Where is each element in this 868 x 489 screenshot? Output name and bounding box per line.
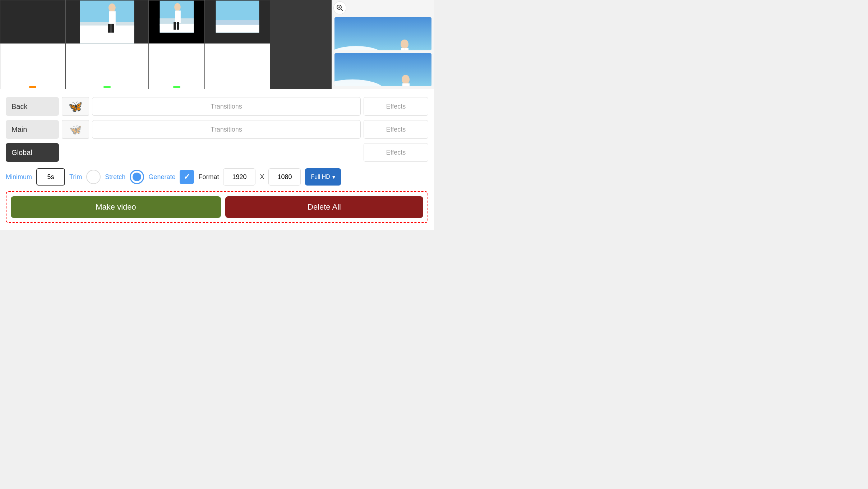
- svg-rect-14: [174, 22, 176, 30]
- svg-rect-5: [109, 11, 116, 26]
- clip-indicator-1: [29, 86, 36, 88]
- trim-radio[interactable]: [86, 170, 101, 184]
- thumbnail-panel: 4 6: [332, 0, 434, 89]
- clip-top-3: [149, 0, 204, 44]
- clip-bottom-2: [66, 44, 148, 89]
- layer-row-main: Main 🦋 Transitions Effects: [6, 119, 428, 140]
- clip-bottom-1: [0, 44, 65, 89]
- layers-area: Back 🦋 Transitions Effects Main 🦋 Transi…: [6, 96, 428, 163]
- layer-back-label[interactable]: Back: [6, 97, 59, 116]
- layer-main-label[interactable]: Main: [6, 120, 59, 139]
- fullhd-button[interactable]: Full HD ▾: [305, 168, 341, 186]
- clip-3[interactable]: [149, 0, 205, 89]
- effects-main-button[interactable]: Effects: [364, 120, 428, 139]
- layer-row-back: Back 🦋 Transitions Effects: [6, 96, 428, 116]
- svg-rect-13: [175, 10, 181, 23]
- radio-dot: [133, 173, 141, 181]
- butterfly-back-thumb[interactable]: 🦋: [62, 97, 89, 116]
- minimum-label: Minimum: [6, 173, 32, 181]
- controls-section: Back 🦋 Transitions Effects Main 🦋 Transi…: [0, 89, 434, 230]
- delete-all-button[interactable]: Delete All: [225, 196, 423, 218]
- svg-rect-15: [177, 22, 179, 30]
- layer-row-global: Global Effects: [6, 142, 428, 163]
- fullhd-dropdown-icon: ▾: [332, 174, 335, 180]
- layer-global-label[interactable]: Global: [6, 143, 59, 162]
- thumbnail-2: 7.266: [334, 53, 431, 86]
- svg-rect-6: [108, 24, 111, 33]
- effects-back-button[interactable]: Effects: [364, 97, 428, 116]
- timeline-section: 4 6: [0, 0, 434, 89]
- make-video-button[interactable]: Make video: [11, 196, 221, 218]
- duration-input[interactable]: [36, 168, 65, 186]
- trim-label: Trim: [69, 173, 82, 181]
- clip-indicator-3: [173, 86, 180, 88]
- zoom-button[interactable]: [333, 1, 346, 14]
- svg-rect-18: [216, 20, 259, 26]
- checkmark-icon: ✓: [184, 172, 190, 182]
- height-input[interactable]: [268, 168, 301, 186]
- width-input[interactable]: [223, 168, 255, 186]
- svg-point-39: [402, 75, 410, 84]
- x-separator: X: [260, 173, 264, 181]
- generate-label: Generate: [148, 173, 175, 181]
- stretch-label: Stretch: [105, 173, 125, 181]
- butterfly-main-icon: 🦋: [69, 124, 82, 136]
- fullhd-label: Full HD: [311, 174, 330, 180]
- svg-rect-7: [111, 24, 114, 33]
- transitions-back-button[interactable]: Transitions: [92, 97, 361, 116]
- clip-top-1: [0, 0, 65, 44]
- butterfly-main-thumb[interactable]: 🦋: [62, 120, 89, 139]
- transitions-main-button[interactable]: Transitions: [92, 120, 361, 139]
- svg-point-29: [401, 40, 408, 49]
- svg-point-12: [174, 3, 181, 11]
- thumbnail-1: [334, 17, 431, 50]
- action-row: Make video Delete All: [6, 191, 428, 223]
- clip-bottom-3: [149, 44, 204, 89]
- clip-4[interactable]: [205, 0, 270, 89]
- svg-point-4: [108, 3, 116, 12]
- svg-rect-19: [216, 25, 259, 33]
- clip-2[interactable]: [65, 0, 149, 89]
- butterfly-back-icon: 🦋: [68, 100, 83, 113]
- generate-checkbox[interactable]: ✓: [180, 170, 194, 184]
- format-label: Format: [198, 173, 219, 181]
- svg-rect-40: [402, 83, 410, 86]
- clip-bottom-4: [205, 44, 270, 89]
- svg-rect-3: [80, 26, 134, 44]
- svg-line-21: [341, 9, 343, 11]
- timeline-clips: [0, 0, 332, 89]
- svg-rect-24: [334, 17, 431, 50]
- bottom-controls: Minimum Trim Stretch Generate ✓ Format X…: [6, 168, 428, 186]
- clip-1[interactable]: [0, 0, 65, 89]
- clip-top-4: [205, 0, 270, 44]
- stretch-radio[interactable]: [130, 170, 144, 184]
- clip-top-2: [66, 0, 148, 44]
- clip-indicator-2: [103, 86, 111, 88]
- effects-global-button[interactable]: Effects: [364, 143, 428, 162]
